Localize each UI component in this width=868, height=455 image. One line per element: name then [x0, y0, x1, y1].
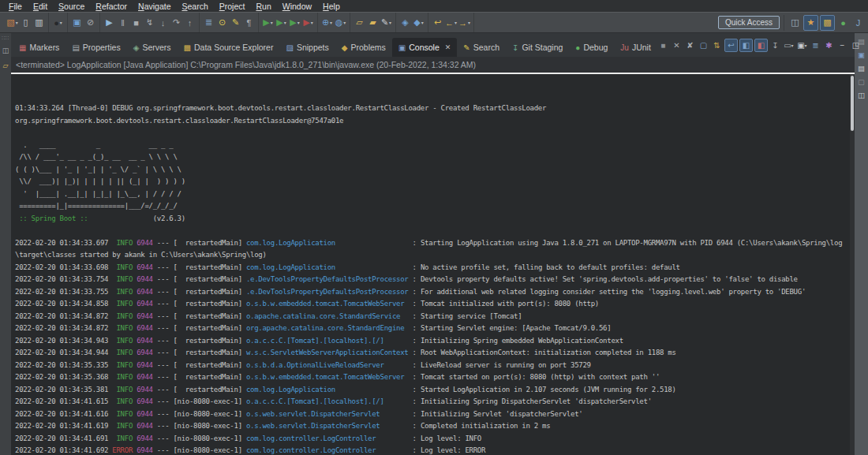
- maximize-button[interactable]: ◳: [850, 39, 862, 51]
- tab-label: Problems: [350, 43, 385, 52]
- open-console-button[interactable]: ▣▾: [796, 39, 808, 51]
- step-filters-button[interactable]: ≣: [202, 16, 215, 30]
- launch-configuration-button[interactable]: ●▾: [51, 16, 65, 30]
- show-stderr-button[interactable]: ◧: [754, 39, 768, 52]
- save-button[interactable]: ▯: [19, 16, 32, 30]
- pin-console-button[interactable]: ↧: [769, 39, 781, 51]
- stop-button[interactable]: ■: [129, 16, 143, 30]
- java-perspective-button[interactable]: J: [851, 16, 865, 30]
- minimized-properties-view-icon[interactable]: ▢: [856, 76, 867, 87]
- package-explorer-icon: ▱: [3, 62, 9, 69]
- menu-project[interactable]: Project: [214, 2, 251, 11]
- external-tools-button[interactable]: ⊕▾: [320, 16, 334, 30]
- console-line: 2022-02-20 01:34:34.944 INFO 6944 --- [ …: [15, 347, 855, 360]
- scroll-lock-button[interactable]: ⇅: [711, 39, 723, 51]
- menu-source[interactable]: Source: [53, 2, 90, 11]
- plugin-button[interactable]: ◈: [398, 16, 412, 30]
- menu-edit[interactable]: Edit: [28, 2, 53, 11]
- console-line: [15, 127, 855, 140]
- menu-run[interactable]: Run: [250, 2, 276, 11]
- coverage-button[interactable]: ▶▾: [301, 16, 315, 30]
- new-wizard-button[interactable]: ▧▾: [6, 16, 19, 30]
- profile-button[interactable]: ◍▾: [334, 16, 347, 30]
- console-line: \\/ ___)| |_)| | | | | || (_| | ) ) ) ): [15, 176, 855, 188]
- disconnect-button[interactable]: ↯: [143, 16, 156, 30]
- quick-access-button[interactable]: Quick Access: [718, 16, 780, 29]
- new-wizard-icon: ▧: [6, 17, 14, 28]
- minimized-outline-view-icon[interactable]: ▤: [856, 63, 867, 73]
- problems-icon: ◆: [342, 43, 348, 52]
- debug-perspective-button[interactable]: ●: [836, 16, 850, 30]
- open-console-window-button[interactable]: ▣: [70, 16, 84, 30]
- step-into-button[interactable]: ↓: [156, 16, 170, 30]
- suspend-button[interactable]: ‖: [116, 16, 129, 30]
- debug-button[interactable]: ▶▾: [275, 16, 288, 30]
- launch-configuration-icon: ●: [54, 18, 59, 28]
- tab-snippets[interactable]: ▨Snippets: [279, 38, 335, 57]
- remove-launch-button[interactable]: ✕: [671, 39, 683, 51]
- forward-button[interactable]: →▾: [458, 16, 471, 30]
- terminate-button[interactable]: ■: [657, 39, 669, 51]
- minimized-window-view-icon[interactable]: ◫: [856, 90, 867, 100]
- java-ee-perspective-button[interactable]: ★: [803, 15, 818, 31]
- skip-breakpoints-button[interactable]: ⊘: [84, 16, 97, 30]
- show-stdout-button[interactable]: ◧: [739, 39, 753, 52]
- annotation-button[interactable]: ◆▾: [412, 16, 425, 30]
- word-wrap-button[interactable]: ↩: [724, 39, 738, 52]
- step-filters-icon: ≣: [205, 17, 212, 28]
- filters-button[interactable]: ✱: [823, 39, 835, 51]
- open-folder-button[interactable]: ▱: [353, 16, 366, 30]
- back-button[interactable]: ←▾: [444, 16, 458, 30]
- tab-console[interactable]: ▣Console✕: [392, 38, 458, 57]
- menu-refactor[interactable]: Refactor: [90, 2, 133, 11]
- coverage-icon: ▶: [303, 17, 309, 28]
- resume-button[interactable]: ▶: [103, 16, 116, 30]
- last-edit-location-button[interactable]: ↩: [431, 16, 444, 30]
- remove-all-launches-icon: ✘: [687, 41, 693, 50]
- scrollbar-thumb[interactable]: [851, 76, 854, 131]
- java-perspective-icon: J: [856, 18, 861, 28]
- tab-problems[interactable]: ◆Problems: [335, 38, 392, 57]
- menu-window[interactable]: Window: [277, 2, 317, 11]
- tab-junit[interactable]: JuJUnit: [614, 38, 657, 57]
- search-button[interactable]: ⊙: [215, 16, 229, 30]
- console-output[interactable]: 01:34:33.264 [Thread-0] DEBUG org.spring…: [11, 74, 855, 455]
- tab-label: Git Staging: [522, 43, 563, 52]
- close-console-tab-button[interactable]: ✕: [445, 43, 451, 51]
- menu-file[interactable]: File: [3, 2, 28, 11]
- view-bar-handle[interactable]: ∷∷: [0, 33, 11, 40]
- console-line: 2022-02-20 01:34:35.368 INFO 6944 --- [ …: [15, 371, 855, 384]
- menu-navigate[interactable]: Navigate: [133, 2, 176, 11]
- view-tab-bar: ▦Markers▤Properties◈Servers▩Data Source …: [11, 33, 855, 57]
- tab-servers[interactable]: ◈Servers: [127, 38, 178, 57]
- step-over-button[interactable]: ↷: [170, 16, 183, 30]
- open-perspective-button[interactable]: ◫: [788, 16, 802, 30]
- tab-debug[interactable]: ●Debug: [569, 38, 614, 57]
- console-settings-button[interactable]: ≣: [810, 39, 821, 51]
- package-explorer-button[interactable]: ▱: [1, 61, 10, 70]
- new-launch-button[interactable]: ▶▾: [261, 16, 275, 30]
- run-button[interactable]: ▶▾: [288, 16, 301, 30]
- display-selected-console-icon: ▭: [784, 41, 791, 50]
- menu-search[interactable]: Search: [176, 2, 213, 11]
- tab-properties[interactable]: ▤Properties: [65, 38, 126, 57]
- step-return-button[interactable]: ↑: [183, 16, 196, 30]
- restore-views-button[interactable]: ◫: [1, 46, 10, 55]
- import-button[interactable]: ▰: [366, 16, 380, 30]
- show-whitespace-button[interactable]: ¶: [242, 16, 256, 30]
- remove-all-launches-button[interactable]: ✘: [684, 39, 696, 51]
- mark-occurrences-button[interactable]: ✎: [229, 16, 242, 30]
- tab-git-staging[interactable]: ↧Git Staging: [506, 38, 569, 57]
- minimize-button[interactable]: −: [836, 39, 848, 51]
- git-perspective-button[interactable]: ▩: [820, 15, 835, 31]
- display-selected-console-button[interactable]: ▭▾: [783, 39, 795, 51]
- save-all-button[interactable]: ▥: [32, 16, 46, 30]
- clear-console-button[interactable]: ▢: [698, 39, 709, 51]
- last-edit-location-icon: ↩: [434, 17, 441, 28]
- tab-markers[interactable]: ▦Markers: [13, 38, 65, 57]
- edit-button[interactable]: ✎▾: [380, 16, 393, 30]
- console-scrollbar[interactable]: [850, 74, 855, 455]
- tab-search[interactable]: ✎Search: [457, 38, 506, 57]
- tab-data-source-explorer[interactable]: ▩Data Source Explorer: [178, 38, 280, 57]
- menu-help[interactable]: Help: [317, 2, 346, 11]
